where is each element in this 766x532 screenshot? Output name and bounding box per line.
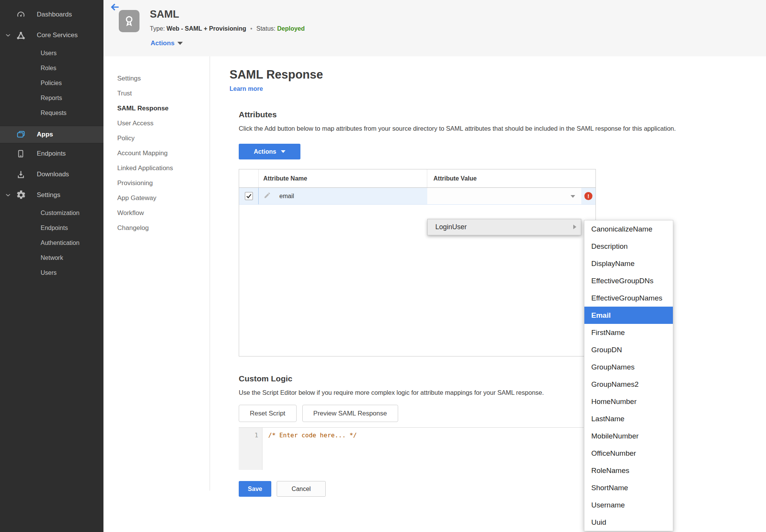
tab-account-mapping[interactable]: Account Mapping <box>117 146 210 161</box>
submenu-item-homenumber[interactable]: HomeNumber <box>584 393 673 410</box>
submenu-item-effectivegroupnames[interactable]: EffectiveGroupNames <box>584 289 673 307</box>
edit-pencil-icon[interactable] <box>264 192 271 200</box>
chevron-down-icon <box>281 150 285 153</box>
dashboard-gauge-icon <box>16 10 33 20</box>
sidebar-item-users[interactable]: Users <box>0 46 103 61</box>
sidebar: Dashboards Core Services Users Roles Pol… <box>0 0 103 532</box>
submenu-item-groupdn[interactable]: GroupDN <box>584 341 673 358</box>
sidebar-item-endpoints[interactable]: Endpoints <box>0 143 103 164</box>
sidebar-item-apps[interactable]: Apps <box>0 126 103 143</box>
app-config-nav: Settings Trust SAML Response User Access… <box>103 56 210 491</box>
app-meta-line: Type: Web - SAML + Provisioning • Status… <box>150 25 305 32</box>
main-content: SAML Response Learn more Attributes Clic… <box>210 56 766 532</box>
row-checkbox[interactable] <box>245 192 253 200</box>
preview-saml-response-button[interactable]: Preview SAML Response <box>302 405 398 422</box>
row-error-cell: ! <box>581 188 595 204</box>
sidebar-item-customization[interactable]: Customization <box>0 205 103 220</box>
error-icon: ! <box>584 192 592 200</box>
attribute-value-menu-loginuser[interactable]: LoginUser <box>427 219 581 235</box>
table-row[interactable]: email ! <box>239 188 595 205</box>
tab-app-gateway[interactable]: App Gateway <box>117 190 210 205</box>
meta-separator: • <box>248 25 255 32</box>
script-buttons-row: Reset Script Preview SAML Response <box>239 405 766 422</box>
status-label: Status: <box>256 25 276 32</box>
sidebar-item-label: Dashboards <box>33 11 72 18</box>
tab-trust[interactable]: Trust <box>117 86 210 101</box>
submenu-item-groupnames[interactable]: GroupNames <box>584 358 673 376</box>
script-editor: 1 /* Enter code here... */ <box>239 427 584 470</box>
status-badge: Deployed <box>277 25 305 32</box>
table-header-row: Attribute Name Attribute Value <box>239 169 595 188</box>
submenu-item-firstname[interactable]: FirstName <box>584 324 673 341</box>
sidebar-item-downloads[interactable]: Downloads <box>0 164 103 185</box>
tab-policy[interactable]: Policy <box>117 131 210 146</box>
chevron-down-icon <box>571 195 575 198</box>
learn-more-link[interactable]: Learn more <box>230 85 263 92</box>
app-actions-dropdown[interactable]: Actions <box>151 39 183 47</box>
type-value: Web - SAML + Provisioning <box>167 25 246 32</box>
submenu-item-mobilenumber[interactable]: MobileNumber <box>584 427 673 445</box>
download-icon <box>16 170 33 179</box>
endpoint-device-icon <box>16 149 33 158</box>
attributes-description: Click the Add button below to map attrib… <box>239 125 745 132</box>
sidebar-item-authentication[interactable]: Authentication <box>0 235 103 250</box>
tab-linked-applications[interactable]: Linked Applications <box>117 161 210 176</box>
submenu-item-email[interactable]: Email <box>584 307 673 324</box>
app-header: SAML Type: Web - SAML + Provisioning • S… <box>103 0 766 56</box>
attribute-value-dropdown[interactable] <box>427 188 581 204</box>
sidebar-item-network[interactable]: Network <box>0 250 103 265</box>
sidebar-item-settings-users[interactable]: Users <box>0 265 103 280</box>
tab-provisioning[interactable]: Provisioning <box>117 176 210 190</box>
attributes-actions-button[interactable]: Actions <box>239 144 300 159</box>
app-title: SAML <box>150 8 179 20</box>
back-arrow-icon[interactable] <box>110 2 120 14</box>
sidebar-item-settings[interactable]: Settings <box>0 185 103 205</box>
reset-script-button[interactable]: Reset Script <box>239 405 297 422</box>
sidebar-item-requests[interactable]: Requests <box>0 105 103 120</box>
submenu-item-uuid[interactable]: Uuid <box>584 514 673 531</box>
row-select-cell <box>239 188 259 204</box>
cancel-button[interactable]: Cancel <box>277 481 326 497</box>
submenu-arrow-icon <box>573 225 576 229</box>
sidebar-item-label: Endpoints <box>33 150 66 158</box>
tab-workflow[interactable]: Workflow <box>117 205 210 220</box>
tab-changelog[interactable]: Changelog <box>117 220 210 235</box>
apps-icon <box>16 130 33 140</box>
chevron-down-icon <box>5 192 16 199</box>
page-title: SAML Response <box>230 68 766 82</box>
submenu-item-canonicalizename[interactable]: CanonicalizeName <box>584 220 673 238</box>
sidebar-item-policies[interactable]: Policies <box>0 76 103 90</box>
submenu-item-groupnames2[interactable]: GroupNames2 <box>584 376 673 393</box>
submenu-item-officenumber[interactable]: OfficeNumber <box>584 445 673 462</box>
type-label: Type: <box>150 25 165 32</box>
custom-logic-section: Custom Logic Use the Script Editor below… <box>239 374 766 511</box>
sidebar-item-core-services[interactable]: Core Services <box>0 25 103 46</box>
saml-app-icon <box>119 10 139 32</box>
attribute-name-cell: email <box>259 188 427 204</box>
attributes-heading: Attributes <box>239 110 766 119</box>
attributes-actions-label: Actions <box>254 148 276 155</box>
attributes-table: Attribute Name Attribute Value <box>239 169 596 356</box>
editor-line-number: 1 <box>239 428 262 470</box>
tab-saml-response[interactable]: SAML Response <box>117 101 210 116</box>
submenu-item-rolenames[interactable]: RoleNames <box>584 462 673 479</box>
submenu-item-description[interactable]: Description <box>584 238 673 255</box>
submenu-item-username[interactable]: Username <box>584 496 673 514</box>
sidebar-item-reports[interactable]: Reports <box>0 90 103 105</box>
sidebar-item-settings-endpoints[interactable]: Endpoints <box>0 220 103 235</box>
sidebar-item-roles[interactable]: Roles <box>0 61 103 76</box>
submenu-item-shortname[interactable]: ShortName <box>584 479 673 496</box>
submenu-item-displayname[interactable]: DisplayName <box>584 255 673 272</box>
save-button[interactable]: Save <box>239 481 271 497</box>
attribute-value-column-header: Attribute Value <box>427 169 595 187</box>
editor-code-area[interactable]: /* Enter code here... */ <box>262 428 584 470</box>
tab-settings[interactable]: Settings <box>117 71 210 86</box>
submenu-item-lastname[interactable]: LastName <box>584 410 673 427</box>
submenu-item-effectivegroupdns[interactable]: EffectiveGroupDNs <box>584 272 673 289</box>
select-column-header <box>239 169 259 187</box>
sidebar-item-dashboards[interactable]: Dashboards <box>0 4 103 25</box>
tab-user-access[interactable]: User Access <box>117 116 210 131</box>
sidebar-item-label: Apps <box>33 131 53 138</box>
custom-logic-heading: Custom Logic <box>239 374 766 383</box>
core-services-icon <box>16 31 33 40</box>
